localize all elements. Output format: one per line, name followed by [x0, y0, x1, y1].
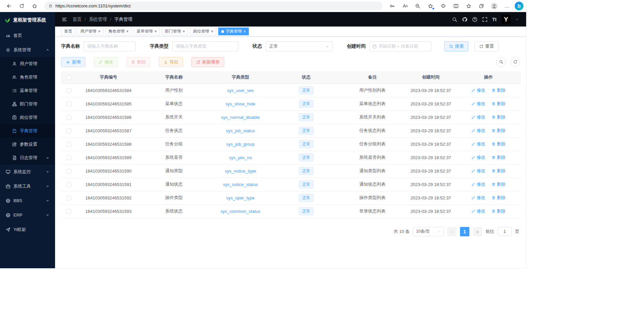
tab-close-icon[interactable]: ×	[211, 30, 213, 34]
sidebar-item-system-tools[interactable]: 系统工具	[0, 179, 55, 193]
delete-button[interactable]: 删除	[126, 57, 150, 67]
row-delete-button[interactable]: 删除	[492, 87, 506, 93]
date-range-picker[interactable]: 开始日期 - 结束日期	[369, 41, 431, 51]
row-checkbox[interactable]	[66, 102, 71, 106]
row-delete-button[interactable]: 删除	[492, 195, 506, 201]
tab-close-icon[interactable]: ×	[183, 30, 185, 34]
row-edit-button[interactable]: 修改	[471, 128, 486, 134]
dict-type-cell-text[interactable]: sys_job_status	[226, 128, 255, 133]
search-button[interactable]: 搜索	[444, 41, 468, 51]
add-button[interactable]: 新增	[61, 57, 85, 67]
dict-type-cell-text[interactable]: sys_oper_type	[226, 195, 255, 200]
edit-button[interactable]: 修改	[94, 57, 118, 67]
font-size-button[interactable]: Tt	[492, 17, 497, 22]
app-logo[interactable]: 意框架管理系统	[0, 12, 55, 28]
browser-back-button[interactable]	[4, 1, 14, 11]
dict-type-cell-text[interactable]: sys_notice_type	[225, 169, 256, 174]
goto-page-input[interactable]	[498, 227, 512, 236]
row-checkbox[interactable]	[66, 115, 71, 120]
tab-close-icon[interactable]: ×	[154, 30, 157, 34]
reset-button[interactable]: 重置	[474, 41, 499, 51]
zoom-out-icon[interactable]	[412, 1, 423, 11]
dict-type-input[interactable]: 请输入字典类型	[172, 41, 238, 51]
row-checkbox[interactable]	[66, 88, 71, 93]
row-delete-button[interactable]: 删除	[492, 141, 506, 147]
browser-home-button[interactable]	[29, 1, 40, 11]
row-delete-button[interactable]: 删除	[492, 168, 506, 174]
row-edit-button[interactable]: 修改	[471, 101, 486, 107]
dict-type-cell-text[interactable]: sys_common_status	[221, 209, 261, 214]
sidebar-item-dept-management[interactable]: 部门管理	[0, 97, 55, 111]
row-checkbox[interactable]	[66, 209, 71, 214]
tab-home[interactable]: 首页	[61, 28, 75, 35]
sidebar-item-erp[interactable]: ERP	[0, 208, 55, 222]
row-edit-button[interactable]: 修改	[471, 208, 486, 214]
dict-type-cell-text[interactable]: sys_yes_no	[229, 155, 252, 160]
dict-name-input[interactable]: 请输入字典名称	[84, 41, 136, 51]
row-delete-button[interactable]: 删除	[492, 208, 506, 214]
tab-post-management[interactable]: 岗位管理×	[190, 28, 216, 35]
tab-close-icon[interactable]: ×	[126, 30, 129, 34]
sidebar-item-home[interactable]: 首页	[0, 28, 55, 43]
row-checkbox[interactable]	[66, 196, 71, 200]
export-button[interactable]: 导出	[159, 57, 183, 67]
sidebar-item-log-management[interactable]: 日志管理	[0, 151, 55, 165]
tab-user-management[interactable]: 用户管理×	[77, 28, 103, 35]
favorites-bar-icon[interactable]	[463, 1, 474, 11]
collections-icon[interactable]	[476, 1, 487, 11]
user-avatar[interactable]: Y	[501, 15, 511, 24]
row-edit-button[interactable]: 修改	[471, 154, 486, 160]
refresh-table-button[interactable]	[510, 57, 520, 67]
tab-close-icon[interactable]: ×	[243, 30, 246, 34]
row-checkbox[interactable]	[66, 169, 71, 174]
sidebar-item-dict-management[interactable]: 字典管理	[0, 124, 55, 138]
avatar-caret-icon[interactable]	[515, 18, 519, 21]
prev-page-button[interactable]: ‹	[447, 227, 457, 236]
dict-type-cell-text[interactable]: sys_show_hide	[226, 101, 256, 106]
sidebar-item-system-management[interactable]: 系统管理	[0, 43, 55, 57]
favorite-page-icon[interactable]	[425, 1, 436, 11]
select-all-checkbox[interactable]	[66, 75, 71, 80]
row-edit-button[interactable]: 修改	[471, 168, 486, 174]
breadcrumb-system[interactable]: 系统管理	[89, 16, 107, 22]
row-checkbox[interactable]	[66, 155, 71, 160]
sidebar-item-param-settings[interactable]: 参数设置	[0, 138, 55, 151]
row-edit-button[interactable]: 修改	[471, 114, 486, 120]
breadcrumb-home[interactable]: 首页	[73, 16, 82, 22]
sidebar-item-user-management[interactable]: 用户管理	[0, 57, 55, 71]
sidebar-item-menu-management[interactable]: 菜单管理	[0, 84, 55, 97]
row-delete-button[interactable]: 删除	[492, 181, 506, 187]
tab-dict-management[interactable]: 字典管理×	[218, 28, 249, 35]
sidebar-item-post-management[interactable]: 岗位管理	[0, 111, 55, 124]
tab-menu-management[interactable]: 菜单管理×	[134, 28, 160, 35]
row-delete-button[interactable]: 删除	[492, 101, 506, 107]
refresh-cache-button[interactable]: 刷新缓存	[191, 57, 224, 67]
dict-type-cell-text[interactable]: sys_notice_status	[223, 182, 258, 187]
row-edit-button[interactable]: 修改	[471, 87, 486, 93]
help-icon[interactable]	[472, 17, 477, 22]
password-key-icon[interactable]	[387, 1, 398, 11]
header-search-icon[interactable]	[452, 17, 457, 22]
fullscreen-icon[interactable]	[482, 17, 488, 22]
sidebar-toggle-button[interactable]	[62, 17, 67, 22]
tab-role-management[interactable]: 角色管理×	[105, 28, 132, 35]
row-delete-button[interactable]: 删除	[492, 154, 506, 160]
bing-copilot-icon[interactable]: b	[515, 2, 523, 10]
row-checkbox[interactable]	[66, 142, 71, 147]
dict-type-cell-text[interactable]: sys_normal_disable	[221, 115, 260, 120]
profile-avatar[interactable]	[489, 1, 500, 11]
toggle-search-button[interactable]	[496, 57, 506, 67]
read-aloud-icon[interactable]	[400, 1, 410, 11]
row-checkbox[interactable]	[66, 129, 71, 133]
dict-type-cell-text[interactable]: sys_job_group	[226, 142, 255, 147]
browser-menu-button[interactable]: …	[502, 1, 512, 11]
row-edit-button[interactable]: 修改	[471, 195, 486, 201]
sidebar-item-bbs[interactable]: BBS	[0, 193, 55, 208]
row-edit-button[interactable]: 修改	[471, 181, 486, 187]
next-page-button[interactable]: ›	[473, 227, 482, 236]
dict-type-cell-text[interactable]: sys_user_sex	[227, 88, 254, 93]
extensions-icon[interactable]	[438, 1, 449, 11]
sidebar-item-yi-framework[interactable]: Yi框架	[0, 222, 55, 237]
row-checkbox[interactable]	[66, 182, 71, 187]
address-bar[interactable]: https://ccnetcore.com:1101/system/dict	[44, 2, 382, 10]
